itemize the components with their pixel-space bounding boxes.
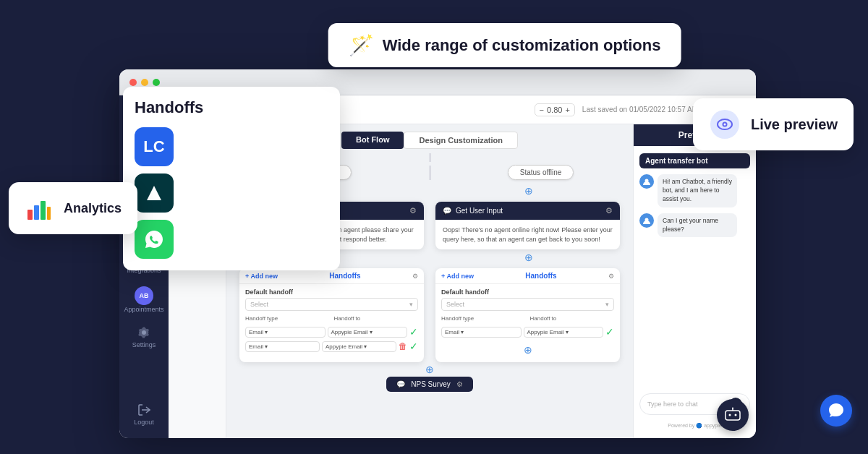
appypie-label-2: Appypie Email [326,343,362,350]
handoff-1-to-label: Handoff to [334,315,419,322]
email-label-2: Email [249,343,263,350]
nps-card: 💬 NPS Survey ⚙ [386,377,473,392]
handoff-1-add-new[interactable]: + Add new [245,273,278,280]
tab-bot-flow[interactable]: Bot Flow [341,132,404,149]
handoff-1-header: + Add new Handoffs ⚙ [239,268,424,284]
preview-panel: Preview Agent transfer bot Hi! am Chatbo… [633,124,756,438]
plus-4[interactable]: ⊕ [430,252,627,263]
plus-nps[interactable]: ⊕ [425,364,434,375]
handoffs-overlay-title: Handoffs [135,98,328,117]
handoff-2-title: Handoffs [474,272,608,280]
handoff-2-gear[interactable]: ⚙ [608,273,614,280]
handoff-2-header: + Add new Handoffs ⚙ [435,268,620,284]
handoff-1-type-col: Handoff type [245,315,330,323]
floating-bot-icon[interactable] [717,399,749,431]
sidebar-item-logout[interactable]: Logout [123,398,165,431]
chevron-2: ▾ [370,329,373,335]
handoff-1-gear[interactable]: ⚙ [412,273,418,280]
handoff-1-to-select-2[interactable]: Appypie Email ▾ [322,341,396,352]
email-label-h2: Email [445,329,459,335]
handoff-1-type-select-1[interactable]: Email ▾ [245,327,326,338]
svg-rect-26 [726,411,740,420]
trash-icon-1[interactable]: 🗑 [399,341,407,351]
sidebar-appointments2-label: Appointments [124,307,163,314]
analytics-card-label: Analytics [64,201,122,216]
tooltip-text: Wide range of customization options [383,36,661,55]
sidebar-settings-label: Settings [132,342,156,349]
gear-icon-2[interactable]: ⚙ [605,206,613,215]
handoff-2-type-col: Handoff type [441,315,526,323]
handoff-1-title: Handoffs [278,272,412,280]
live-preview-label: Live preview [751,116,838,133]
email-label-1: Email [249,329,263,335]
analytics-icon [25,194,54,223]
chat-avatar-1 [639,174,654,189]
sidebar-item-settings[interactable]: Settings [123,320,165,354]
sidebar-item-ab[interactable]: AB Appointments [123,282,165,318]
handoff-2-to-label: Handoff to [530,315,615,322]
handoff-2-row1: Handoff type Handoff to [441,315,614,323]
logo-zd [135,174,174,213]
handoff-1-select[interactable]: Select ▾ [245,298,418,311]
preview-body: Agent transfer bot Hi! am Chatbot, a fri… [634,146,756,438]
live-preview-icon [709,108,741,140]
flow-card-2-header-left: 💬 Get User Input [443,207,503,215]
chat-avatar-2 [639,213,654,228]
plus-2[interactable]: ⊕ [430,185,627,197]
handoff-2-body: Default handoff Select ▾ Handoff type [435,284,620,362]
handoff-1-type-label: Handoff type [245,315,330,322]
nps-gear[interactable]: ⚙ [456,380,463,388]
handoff-2-add-new[interactable]: + Add new [441,273,474,280]
chat-msg-1: Hi! am Chatbot, a friendly bot, and I am… [639,174,750,207]
zoom-minus[interactable]: − [540,106,544,114]
dot-yellow [141,79,148,86]
chevron-down-icon-2: ▾ [605,301,609,308]
handoff-1-input-row2: Email ▾ Appypie Email ▾ 🗑 ✓ [245,340,418,352]
plus-connector-h2[interactable]: ⊕ [441,342,614,358]
chevron-h2-2: ▾ [566,329,569,335]
chat-input-placeholder: Type here to chat [647,401,698,408]
handoff-1-row1: Handoff type Handoff to [245,315,418,323]
gear-icon-1[interactable]: ⚙ [409,206,417,215]
zoom-control[interactable]: − 0.80 + [535,103,575,116]
handoff-1-type-select-2[interactable]: Email ▾ [245,341,320,352]
last-saved-text: Last saved on 01/05/2022 10:57 AM [582,106,698,113]
logo-wa [135,220,174,259]
flow-card-2-header: 💬 Get User Input ⚙ [435,202,620,220]
chat-bubble-1: Hi! am Chatbot, a friendly bot, and I am… [658,174,737,207]
handoff-2-type-select-1[interactable]: Email ▾ [441,327,522,338]
handoff-1-to-select-1[interactable]: Appypie Email ▾ [328,327,408,338]
svg-rect-1 [34,205,39,220]
ab-avatar: AB [135,286,153,305]
tab-design[interactable]: Design Customization [404,132,518,149]
zoom-plus[interactable]: + [565,106,569,114]
handoff-2-to-select-1[interactable]: Appypie Email ▾ [524,327,604,338]
nps-title: NPS Survey [411,380,450,388]
svg-point-28 [735,414,737,416]
handoff-card-1: + Add new Handoffs ⚙ Default handoff Sel… [239,268,424,362]
chevron-4: ▾ [364,343,367,350]
appypie-label-h2: Appypie Email [527,329,564,335]
nps-row: 💬 NPS Survey ⚙ [232,377,627,392]
svg-rect-0 [27,210,33,220]
svg-point-7 [723,124,726,126]
handoff-2-select-placeholder: Select [446,301,464,308]
dot-red [129,79,137,86]
handoff-2-type-label: Handoff type [441,315,526,322]
handoff-1-default-label: Default handoff [245,288,418,296]
chat-msg-2: Can I get your name please? [639,213,750,238]
logout-icon [136,402,152,418]
zoom-value: 0.80 [547,106,562,114]
svg-rect-3 [47,207,51,220]
handoff-2-default-label: Default handoff [441,288,614,296]
bot-name: Agent transfer bot [639,153,750,168]
check-icon-h2: ✓ [605,326,614,338]
floating-chat-button[interactable] [820,395,852,427]
flow-card-2: 💬 Get User Input ⚙ Oops! There's no agen… [435,202,620,249]
plus-connector-nps-above: ⊕ [232,364,627,375]
svg-rect-2 [41,201,46,220]
svg-point-30 [732,408,733,409]
handoff-1-input-row1: Email ▾ Appypie Email ▾ ✓ [245,326,418,338]
handoff-2-select[interactable]: Select ▾ [441,298,614,311]
tooltip-banner: 🪄 Wide range of customization options [328,23,681,67]
